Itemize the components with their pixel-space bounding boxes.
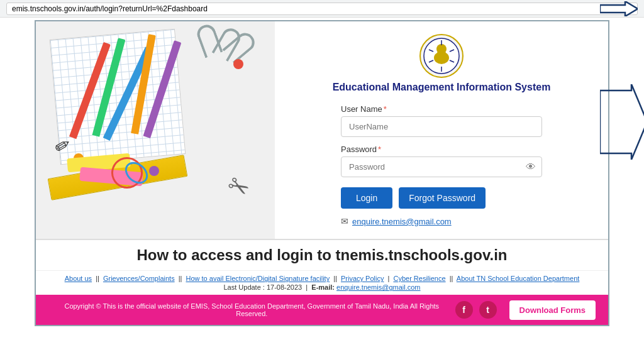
pin-red <box>233 59 243 69</box>
paperclip-2 <box>194 22 223 58</box>
password-input[interactable] <box>341 156 542 177</box>
grievances-link[interactable]: Grievences/Complaints <box>103 275 175 282</box>
footer-email-link[interactable]: enquire.tnemis@gmail.com <box>336 283 420 291</box>
heading-text: How to access and login to tnemis.tnscho… <box>48 246 596 264</box>
twitter-icon[interactable]: t <box>479 301 497 319</box>
about-link[interactable]: About us <box>65 275 92 282</box>
password-label: Password* <box>341 145 542 154</box>
username-input[interactable] <box>341 116 542 137</box>
toggle-password-icon[interactable]: 👁 <box>526 162 536 173</box>
password-group: Password* 👁 <box>341 145 542 177</box>
privacy-link[interactable]: Privacy Policy <box>341 275 384 282</box>
arrow-annotation-top <box>600 1 638 16</box>
facebook-icon[interactable]: f <box>455 301 473 319</box>
digital-sig-link[interactable]: How to avail Electronic/Digital Signatur… <box>186 275 330 282</box>
forgot-password-button[interactable]: Forgot Password <box>399 187 486 209</box>
tn-logo <box>419 34 464 78</box>
login-panel: Educational Management Information Syste… <box>275 21 608 239</box>
bottom-bar: Copyright © This is the official website… <box>36 295 608 325</box>
cyber-link[interactable]: Cyber Resilience <box>393 275 445 282</box>
email-label: E-mail: <box>311 283 335 291</box>
login-button[interactable]: Login <box>341 187 392 209</box>
button-row: Login Forgot Password <box>341 187 542 209</box>
footer-links: About us || Grievences/Complaints || How… <box>36 270 608 295</box>
page-row: ✏ ✂ <box>36 21 608 239</box>
left-image: ✏ ✂ <box>36 21 275 239</box>
last-update: Last Update : 17-08-2023 | E-mail: enqui… <box>55 283 589 291</box>
page-wrapper: ✏ ✂ <box>0 0 644 362</box>
email-row: ✉ enquire.tnemis@gmail.com <box>341 216 542 226</box>
username-label: User Name* <box>341 104 542 114</box>
arrow-annotation-right <box>600 84 644 160</box>
about-dept-link[interactable]: About TN School Education Department <box>457 275 579 282</box>
social-icons: f t <box>455 301 497 319</box>
address-bar <box>0 0 644 18</box>
copyright-text: Copyright © This is the official website… <box>48 302 455 317</box>
stationery-bg: ✏ ✂ <box>36 21 275 239</box>
email-icon: ✉ <box>341 216 348 226</box>
scissors-icon: ✂ <box>223 169 255 205</box>
svg-marker-0 <box>600 1 638 16</box>
system-title: Educational Management Information Syste… <box>333 80 551 94</box>
logo-container <box>419 34 464 80</box>
username-group: User Name* <box>341 104 542 137</box>
inner-page: ✏ ✂ <box>35 20 609 326</box>
contact-email-link[interactable]: enquire.tnemis@gmail.com <box>352 217 452 226</box>
password-wrapper: 👁 <box>341 156 542 177</box>
heading-banner: How to access and login to tnemis.tnscho… <box>36 239 608 270</box>
download-forms-button[interactable]: Download Forms <box>509 300 596 320</box>
svg-marker-12 <box>600 84 644 160</box>
url-input[interactable] <box>6 3 638 15</box>
